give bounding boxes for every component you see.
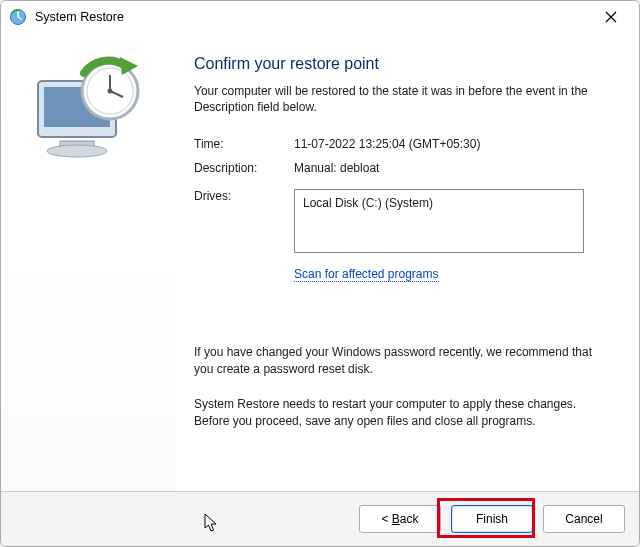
svg-point-5 [47,145,107,157]
time-label: Time: [194,137,294,151]
dialog-body: Confirm your restore point Your computer… [1,33,639,492]
dialog-footer: < Back Finish Cancel [1,492,639,546]
page-heading: Confirm your restore point [194,55,609,73]
restore-monitor-icon [24,51,154,174]
drives-list[interactable]: Local Disk (C:) (System) [294,189,584,253]
left-illustration-pane [1,33,176,491]
close-button[interactable] [591,3,631,31]
time-value: 11-07-2022 13:25:04 (GMT+05:30) [294,137,480,151]
description-label: Description: [194,161,294,175]
time-row: Time: 11-07-2022 13:25:04 (GMT+05:30) [194,137,609,151]
drive-item: Local Disk (C:) (System) [303,196,575,210]
description-row: Description: Manual: debloat [194,161,609,175]
titlebar: System Restore [1,1,639,33]
system-restore-window: System Restore [0,0,640,547]
password-note: If you have changed your Windows passwor… [194,344,609,378]
restart-warning: System Restore needs to restart your com… [194,396,609,430]
content-pane: Confirm your restore point Your computer… [176,33,639,491]
description-value: Manual: debloat [294,161,379,175]
cancel-button[interactable]: Cancel [543,505,625,533]
drives-row: Drives: Local Disk (C:) (System) [194,189,609,253]
finish-button[interactable]: Finish [451,505,533,533]
window-title: System Restore [35,10,591,24]
scan-affected-programs-link[interactable]: Scan for affected programs [294,267,439,282]
back-button[interactable]: < Back [359,505,441,533]
intro-text: Your computer will be restored to the st… [194,83,609,115]
system-restore-icon [9,8,27,26]
svg-point-10 [107,89,112,94]
drives-label: Drives: [194,189,294,203]
